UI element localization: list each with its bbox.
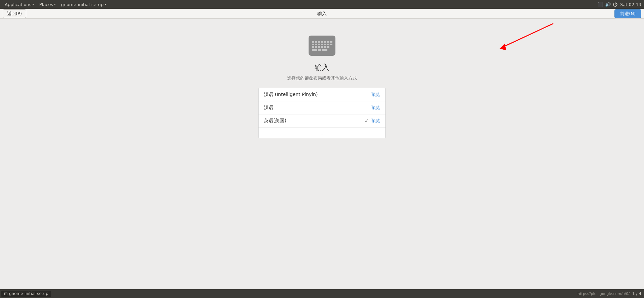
page-subtitle: 选择您的键盘布局或者其他输入方式: [287, 75, 357, 81]
kb-key: [330, 41, 332, 43]
kb-key: [327, 41, 329, 43]
applications-caret: ▾: [32, 3, 34, 6]
system-icons: ⬛ 🔊 ⏻: [597, 2, 617, 7]
kb-key: [318, 41, 320, 43]
kb-key: [324, 41, 326, 43]
places-caret: ▾: [54, 3, 56, 6]
more-options-button[interactable]: ⋮: [259, 128, 385, 138]
input-methods-list: 汉语 (Intelligent Pinyin) 预览 汉语 预览 英语(美国) …: [258, 88, 386, 138]
kb-key: [327, 44, 329, 45]
keyboard-grid: [312, 41, 332, 51]
applications-menu[interactable]: Applications ▾: [3, 1, 36, 8]
preview-link-3[interactable]: 预览: [371, 118, 380, 124]
kb-key: [321, 41, 323, 43]
clock: Sat 02:13: [620, 2, 641, 7]
top-bar-right: ⬛ 🔊 ⏻ Sat 02:13: [597, 2, 641, 7]
kb-key: [318, 44, 320, 45]
back-button[interactable]: 返回(P): [3, 9, 26, 18]
power-icon[interactable]: ⏻: [613, 2, 617, 7]
window-bar: 返回(P) 输入 前进(N): [0, 9, 644, 19]
top-bar: Applications ▾ Places ▾ gnome-initial-se…: [0, 0, 644, 9]
main-content: 输入 选择您的键盘布局或者其他输入方式 汉语 (Intelligent Piny…: [0, 19, 644, 138]
input-row-2[interactable]: 汉语 预览: [259, 101, 385, 114]
kb-key: [315, 41, 317, 43]
window-menu[interactable]: gnome-initial-setup ▾: [59, 1, 108, 8]
kb-key-medium: [318, 49, 321, 51]
bottom-bar: ⊞ gnome-initial-setup https://plus.googl…: [0, 289, 644, 298]
input-name-3: 英语(美国): [264, 118, 365, 124]
taskbar-item-label: gnome-initial-setup: [9, 291, 48, 296]
bottom-url: https://plus.google.com/u/0/: [578, 292, 630, 296]
input-row-1[interactable]: 汉语 (Intelligent Pinyin) 预览: [259, 88, 385, 101]
kb-key-wide: [312, 49, 317, 51]
more-options-icon: ⋮: [319, 130, 325, 136]
top-bar-left: Applications ▾ Places ▾ gnome-initial-se…: [3, 1, 108, 8]
kb-key: [312, 41, 314, 43]
places-label: Places: [39, 2, 53, 7]
window-label: gnome-initial-setup: [61, 2, 104, 7]
kb-key: [315, 44, 317, 45]
kb-key: [324, 46, 326, 48]
applications-label: Applications: [5, 2, 31, 7]
checkmark-icon: ✓: [365, 118, 369, 123]
kb-key: [321, 46, 323, 48]
kb-key: [318, 46, 320, 48]
preview-link-1[interactable]: 预览: [371, 92, 380, 98]
kb-key: [315, 46, 317, 48]
kb-key: [312, 44, 314, 45]
taskbar-app-icon: ⊞: [4, 291, 8, 296]
input-name-2: 汉语: [264, 105, 371, 111]
input-name-1: 汉语 (Intelligent Pinyin): [264, 92, 371, 98]
kb-key: [327, 46, 329, 48]
page-count: 1 / 4: [632, 291, 641, 296]
taskbar-item[interactable]: ⊞ gnome-initial-setup: [1, 291, 51, 297]
page-heading: 输入: [315, 62, 329, 72]
window-caret: ▾: [104, 3, 106, 6]
preview-link-2[interactable]: 预览: [371, 105, 380, 111]
kb-key: [321, 44, 323, 45]
bottom-right: https://plus.google.com/u/0/ 1 / 4: [578, 291, 641, 296]
places-menu[interactable]: Places ▾: [37, 1, 58, 8]
keyboard-icon: [309, 36, 335, 56]
kb-key: [324, 44, 326, 45]
window-bar-title: 输入: [317, 11, 327, 17]
kb-key: [312, 46, 314, 48]
kb-key: [330, 44, 332, 45]
volume-icon[interactable]: 🔊: [605, 2, 611, 7]
next-button[interactable]: 前进(N): [614, 9, 641, 18]
display-icon[interactable]: ⬛: [597, 2, 603, 7]
kb-key-wide: [322, 49, 327, 51]
window-bar-inner: 返回(P) 输入 前进(N): [3, 9, 641, 18]
input-row-3[interactable]: 英语(美国) ✓ 预览: [259, 114, 385, 128]
